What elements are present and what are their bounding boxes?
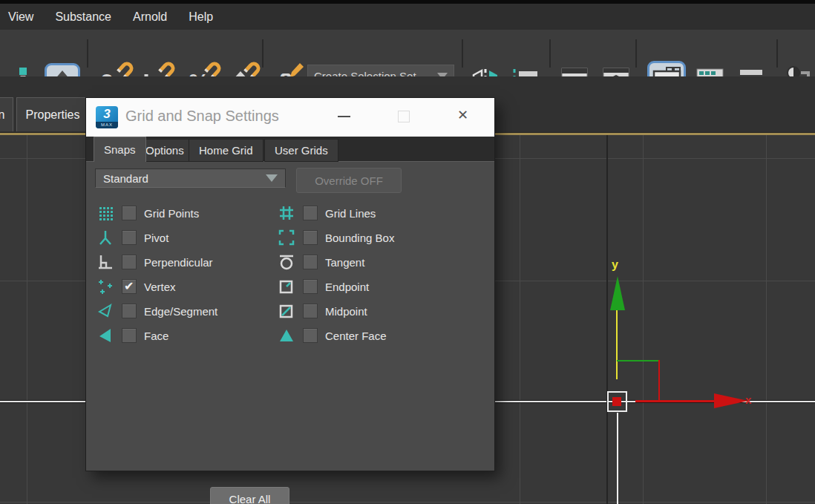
logo-sub: MAX (96, 122, 118, 128)
menu-substance[interactable]: Substance (55, 10, 111, 24)
pivot-label: Pivot (144, 232, 168, 244)
ribbon-toggle-button[interactable] (647, 61, 686, 76)
clear-all-button[interactable]: Clear All (210, 487, 289, 504)
mirror-icon (469, 66, 502, 76)
snaps-toggle-button[interactable]: 2.5 (92, 65, 132, 76)
dialog-title: Grid and Snap Settings (125, 108, 279, 125)
angle-snap-toggle-button[interactable] (135, 65, 174, 76)
grid-line (766, 135, 767, 504)
edge-segment-icon (96, 302, 114, 320)
logo-number: 3 (96, 106, 118, 122)
perpendicular-icon (96, 253, 114, 271)
layer-explorer-icon (600, 66, 632, 76)
midpoint-label: Midpoint (325, 305, 367, 318)
create-selection-set-value: Create Selection Set (314, 70, 437, 77)
maximize-button[interactable] (398, 111, 410, 122)
tab-options-label: Options (145, 144, 184, 157)
layer-explorer-toggle-button[interactable] (598, 65, 634, 76)
3dsmax-logo: 3 MAX (96, 106, 118, 128)
material-editor-button[interactable] (785, 65, 815, 76)
select-and-manipulate-icon (5, 65, 39, 76)
gizmo-y-axis-label: y (612, 258, 618, 272)
select-arrow-icon (51, 69, 73, 76)
vertex-checkbox[interactable] (122, 279, 137, 294)
dialog-title-bar[interactable]: 3 MAX Grid and Snap Settings ✕ (86, 98, 494, 137)
edit-named-selection-sets-button[interactable]: {} (267, 65, 303, 76)
grid-line (27, 135, 27, 504)
gizmo-y-arrowhead[interactable] (610, 276, 625, 310)
panel-tab-partial-label: n (0, 108, 4, 122)
curve-editor-button[interactable] (692, 65, 727, 76)
menu-arnold[interactable]: Arnold (133, 10, 167, 24)
tangent-icon (278, 253, 295, 271)
vertex-icon (96, 278, 114, 295)
pivot-point-dot (612, 397, 621, 406)
midpoint-icon (278, 302, 295, 320)
minimize-button[interactable] (338, 116, 350, 117)
bounding-box-checkbox[interactable] (303, 230, 318, 245)
pivot-checkbox[interactable] (122, 230, 137, 245)
snap-preset-dropdown[interactable]: Standard (95, 168, 286, 188)
menu-help[interactable]: Help (189, 10, 213, 24)
select-and-manipulate-button[interactable] (4, 65, 40, 76)
panel-tab-properties[interactable]: Properties (16, 97, 89, 131)
grid-lines-checkbox[interactable] (303, 206, 318, 220)
edge-segment-label: Edge/Segment (144, 305, 217, 318)
panel-tab-partial[interactable]: n (0, 97, 13, 131)
gizmo-xy-plane-red-edge[interactable] (658, 360, 660, 402)
material-editor-icon (785, 65, 815, 76)
align-button[interactable] (508, 65, 543, 76)
pivot-icon (96, 229, 114, 246)
main-toolbar: 2.5 % (0, 30, 815, 76)
grid-lines-icon (278, 204, 295, 222)
create-selection-set-combo[interactable]: Create Selection Set (307, 65, 454, 76)
align-icon (509, 66, 542, 76)
tab-home-grid[interactable]: Home Grid (189, 139, 264, 162)
tab-home-grid-label: Home Grid (199, 144, 253, 157)
percent-snap-toggle-button[interactable]: % (178, 65, 220, 76)
panel-tab-properties-label: Properties (26, 108, 80, 122)
center-face-icon (278, 327, 295, 344)
grid-and-snap-settings-dialog: 3 MAX Grid and Snap Settings ✕ Snaps Opt… (86, 98, 494, 471)
center-face-checkbox[interactable] (303, 328, 318, 343)
ribbon-icon (651, 65, 682, 76)
tab-user-grids[interactable]: User Grids (264, 139, 338, 162)
mirror-button[interactable] (468, 65, 503, 76)
gizmo-xy-plane-green-edge[interactable] (617, 360, 660, 361)
select-object-button[interactable] (45, 63, 80, 76)
spinner-snap-toggle-button[interactable] (222, 65, 259, 76)
face-checkbox[interactable] (122, 328, 137, 343)
tab-user-grids-label: User Grids (275, 144, 328, 157)
endpoint-label: Endpoint (325, 281, 369, 293)
pencil-icon (288, 62, 304, 76)
gizmo-x-shaft[interactable] (635, 400, 716, 402)
face-icon (96, 327, 114, 344)
endpoint-icon (278, 278, 295, 295)
grid-points-icon (96, 204, 114, 222)
scene-explorer-toggle-button[interactable] (557, 65, 592, 76)
snaps-toggle-2-label: 2 (100, 71, 113, 77)
dock-arrow-icon (735, 66, 767, 76)
grid-line (0, 502, 815, 503)
bounding-box-icon (278, 229, 295, 246)
endpoint-checkbox[interactable] (303, 279, 318, 294)
face-label: Face (144, 330, 168, 342)
tangent-checkbox[interactable] (303, 255, 318, 269)
midpoint-checkbox[interactable] (303, 304, 318, 318)
gizmo-y-shaft[interactable] (616, 310, 618, 379)
schematic-view-button[interactable] (733, 65, 769, 76)
snap-marker-square (607, 391, 627, 412)
menu-view[interactable]: View (8, 10, 33, 24)
chevron-down-icon (266, 174, 278, 182)
close-button[interactable]: ✕ (457, 107, 468, 123)
grid-lines-label: Grid Lines (325, 207, 376, 220)
gizmo-x-arrowhead[interactable] (714, 393, 748, 408)
grid-points-checkbox[interactable] (122, 206, 137, 220)
override-off-button[interactable]: Override OFF (296, 168, 402, 193)
perpendicular-checkbox[interactable] (122, 255, 137, 269)
perpendicular-label: Perpendicular (144, 256, 213, 269)
grid-line (643, 135, 644, 504)
tab-snaps[interactable]: Snaps (94, 137, 146, 162)
edge-segment-checkbox[interactable] (122, 304, 137, 318)
dialog-body: Standard Override OFF Grid Points Pivot (86, 162, 494, 471)
